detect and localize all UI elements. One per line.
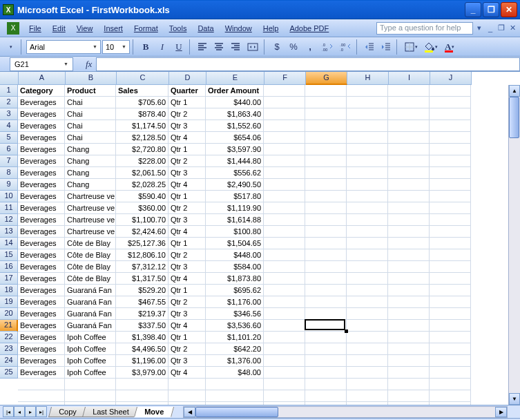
cell[interactable] [430,308,471,320]
row-header-9[interactable]: 9 [0,179,18,191]
cell[interactable] [305,85,347,97]
row-header-13[interactable]: 13 [0,226,18,238]
data-cell[interactable]: $1,614.88 [206,214,264,226]
data-cell[interactable]: Chartreuse ve [65,202,116,214]
cell[interactable] [347,343,388,355]
cell[interactable] [430,320,471,332]
data-cell[interactable]: Beverages [18,120,65,132]
menu-help[interactable]: Help [258,22,285,35]
header-cell[interactable]: Product [65,85,116,97]
cell[interactable] [388,273,430,285]
data-cell[interactable]: Beverages [18,332,65,343]
data-cell[interactable]: $529.20 [116,285,168,296]
data-cell[interactable]: $705.60 [116,97,168,108]
data-cell[interactable]: Ipoh Coffee [65,343,116,355]
cell[interactable] [168,402,206,405]
underline-button[interactable]: U [171,39,186,55]
cell[interactable] [305,379,347,390]
cell[interactable] [264,273,305,285]
data-cell[interactable]: Qtr 4 [168,179,206,191]
cell[interactable] [305,167,347,179]
align-right-button[interactable] [228,39,243,55]
row-header-12[interactable]: 12 [0,214,18,226]
cell[interactable] [305,273,347,285]
name-box[interactable]: G21▼ [10,57,73,71]
cell[interactable] [430,120,471,132]
cell[interactable] [347,355,388,367]
cell[interactable] [264,390,305,402]
cell[interactable] [347,214,388,226]
cell[interactable] [264,402,305,405]
cell[interactable] [305,238,347,249]
font-color-button[interactable]: A▾ [442,39,457,55]
menu-window[interactable]: Window [220,22,258,35]
cell[interactable] [430,202,471,214]
cell[interactable] [347,167,388,179]
menu-adobe-pdf[interactable]: Adobe PDF [284,22,334,35]
cell[interactable] [388,390,430,402]
cell[interactable] [347,226,388,238]
formula-bar-input[interactable] [96,57,520,71]
cell[interactable] [388,108,430,120]
data-cell[interactable]: $2,424.60 [116,226,168,238]
column-header-H[interactable]: H [347,72,389,85]
row-header-25[interactable]: 25 [0,367,18,379]
data-cell[interactable]: Beverages [18,367,65,379]
data-cell[interactable]: $556.62 [206,167,264,179]
data-cell[interactable]: $1,863.40 [206,108,264,120]
cell[interactable] [116,402,168,405]
data-cell[interactable]: Beverages [18,226,65,238]
data-cell[interactable]: Qtr 1 [168,97,206,108]
cell[interactable] [388,155,430,167]
vertical-scrollbar[interactable]: ▲ ▼ [508,85,520,405]
row-header-16[interactable]: 16 [0,261,18,273]
column-header-J[interactable]: J [430,72,472,85]
data-cell[interactable]: $1,119.90 [206,202,264,214]
cell[interactable] [264,249,305,261]
horizontal-scroll-thumb[interactable] [195,407,278,417]
sheet-tab-copy[interactable]: Copy [48,407,87,417]
cell[interactable] [264,179,305,191]
cell[interactable] [388,202,430,214]
data-cell[interactable]: $1,444.80 [206,155,264,167]
cell[interactable] [347,390,388,402]
cell[interactable] [305,132,347,144]
cell[interactable] [18,379,65,390]
data-cell[interactable]: Qtr 1 [168,191,206,202]
cell[interactable] [430,390,471,402]
data-cell[interactable]: Qtr 1 [168,144,206,155]
data-cell[interactable]: $219.37 [116,308,168,320]
data-cell[interactable]: Beverages [18,202,65,214]
data-cell[interactable]: Qtr 4 [168,273,206,285]
doc-minimize-button[interactable]: _ [485,23,495,33]
cell[interactable] [264,155,305,167]
cell[interactable] [264,355,305,367]
cell[interactable] [430,343,471,355]
data-cell[interactable]: Chai [65,97,116,108]
cell[interactable] [305,285,347,296]
close-button[interactable]: ✕ [501,2,517,17]
cell[interactable] [305,355,347,367]
cell[interactable] [388,379,430,390]
increase-indent-button[interactable] [378,39,394,55]
cell[interactable] [65,390,116,402]
data-cell[interactable]: Beverages [18,132,65,144]
data-cell[interactable]: Chai [65,132,116,144]
cell[interactable] [388,85,430,97]
cell[interactable] [305,214,347,226]
row-header-14[interactable]: 14 [0,238,18,249]
data-cell[interactable]: Qtr 2 [168,155,206,167]
row-header-23[interactable]: 23 [0,343,18,355]
row-header-5[interactable]: 5 [0,132,18,144]
cell[interactable] [430,179,471,191]
header-cell[interactable]: Quarter [168,85,206,97]
cell[interactable] [264,238,305,249]
cell[interactable] [347,261,388,273]
data-cell[interactable]: Beverages [18,155,65,167]
data-cell[interactable]: Qtr 3 [168,214,206,226]
menu-view[interactable]: View [71,22,99,35]
fill-handle[interactable] [345,330,348,333]
cell[interactable] [430,226,471,238]
row-header-4[interactable]: 4 [0,120,18,132]
data-cell[interactable]: Chartreuse ve [65,191,116,202]
